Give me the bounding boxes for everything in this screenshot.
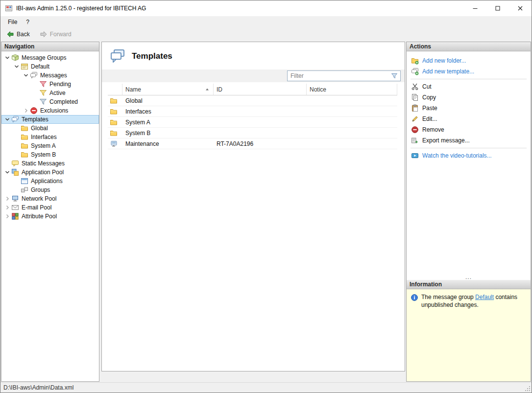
tree-item-templates[interactable]: Templates	[1, 115, 99, 124]
tree-item-default[interactable]: Default	[1, 62, 99, 71]
cell-notice	[307, 106, 397, 116]
expander-spacer	[13, 142, 21, 150]
cell-notice	[307, 128, 397, 138]
expander-spacer	[31, 80, 39, 88]
chevron-right-icon[interactable]	[3, 204, 11, 211]
chevron-down-icon[interactable]	[22, 71, 30, 79]
tree-item-messages[interactable]: Messages	[1, 71, 99, 80]
menu-item-[interactable]: ?	[22, 17, 34, 27]
column-header-icon	[108, 84, 122, 95]
forward-button[interactable]: Forward	[37, 29, 74, 39]
tree-item-pending[interactable]: Pending	[1, 80, 99, 89]
action-copy[interactable]: Copy	[407, 92, 531, 103]
page-title: Templates	[132, 51, 172, 61]
close-button[interactable]	[509, 0, 532, 16]
tree-item-message-groups[interactable]: Message Groups	[1, 53, 99, 62]
applications-icon	[21, 177, 28, 185]
default-group-link[interactable]: Default	[475, 294, 494, 301]
action-remove[interactable]: Remove	[407, 124, 531, 135]
tree-item-label: Network Pool	[22, 195, 56, 202]
table-row-interfaces[interactable]: Interfaces	[108, 106, 397, 117]
tree-item-label: Applications	[31, 178, 63, 185]
action-paste[interactable]: Paste	[407, 103, 531, 114]
chevron-right-icon[interactable]	[22, 107, 30, 115]
tree-item-label: System B	[31, 151, 56, 158]
cell-name: Maintenance	[122, 139, 214, 149]
pending-filter-icon	[39, 80, 47, 88]
tree-item-interfaces[interactable]: Interfaces	[1, 133, 99, 141]
column-header-notice[interactable]: Notice	[307, 84, 397, 95]
static-messages-icon	[11, 160, 19, 167]
resize-grip-icon[interactable]	[523, 384, 531, 392]
splitter-handle[interactable]: ...	[407, 275, 531, 280]
chevron-right-icon[interactable]	[3, 195, 11, 203]
templates-icon	[11, 116, 19, 123]
action-add-new-folder[interactable]: Add new folder...	[407, 55, 531, 66]
tree-item-network-pool[interactable]: Network Pool	[1, 194, 99, 203]
back-arrow-icon	[6, 30, 14, 38]
statusbar-path: D:\IBI-aws\Admin\Data.xml	[3, 384, 73, 391]
main-panel: Templates NameIDNotice GlobalInterfacesS…	[101, 42, 405, 371]
row-icon-cell	[108, 117, 122, 127]
chevron-down-icon[interactable]	[3, 116, 11, 123]
action-add-new-template[interactable]: Add new template...	[407, 66, 531, 77]
tree-item-groups[interactable]: Groups	[1, 185, 99, 194]
table-row-system-b[interactable]: System B	[108, 128, 397, 139]
information-header: Information	[407, 280, 531, 289]
tree-item-label: Default	[31, 63, 49, 70]
chevron-right-icon[interactable]	[3, 212, 11, 220]
tree-item-e-mail-pool[interactable]: E-mail Pool	[1, 203, 99, 212]
cell-notice	[307, 117, 397, 127]
row-icon-cell	[108, 95, 122, 106]
tree-item-completed[interactable]: Completed	[1, 97, 99, 106]
column-header-name[interactable]: Name	[122, 84, 214, 95]
tree-item-label: System A	[31, 142, 56, 149]
folder-icon	[21, 151, 28, 159]
table-row-global[interactable]: Global	[108, 95, 397, 106]
chevron-down-icon[interactable]	[3, 168, 11, 176]
export-icon	[411, 137, 419, 144]
information-text-before: The message group	[421, 294, 475, 301]
navigation-header: Navigation	[1, 42, 99, 51]
maximize-button[interactable]	[486, 0, 509, 16]
menu-item-file[interactable]: File	[3, 17, 22, 27]
tree-item-system-a[interactable]: System A	[1, 141, 99, 150]
table-row-maintenance[interactable]: MaintenanceRT-7A0A2196	[108, 139, 397, 149]
tree-item-applications[interactable]: Applications	[1, 177, 99, 185]
tree-item-application-pool[interactable]: Application Pool	[1, 168, 99, 177]
message-group-icon	[21, 63, 28, 70]
edit-icon	[411, 115, 419, 123]
messages-icon	[30, 71, 38, 79]
column-header-id[interactable]: ID	[214, 84, 307, 95]
actions-panel: Actions Add new folder...Add new templat…	[406, 42, 531, 382]
expander-spacer	[31, 98, 39, 106]
remove-icon	[411, 126, 419, 134]
tree-item-global[interactable]: Global	[1, 124, 99, 133]
separator	[411, 148, 527, 148]
tree-item-system-b[interactable]: System B	[1, 150, 99, 159]
tree-item-exclusions[interactable]: Exclusions	[1, 106, 99, 115]
action-edit[interactable]: Edit...	[407, 114, 531, 124]
chevron-down-icon[interactable]	[3, 54, 11, 62]
table-row-system-a[interactable]: System A	[108, 117, 397, 128]
tree-item-active[interactable]: Active	[1, 89, 99, 97]
back-button[interactable]: Back	[3, 29, 33, 39]
tree-item-attribute-pool[interactable]: Attribute Pool	[1, 212, 99, 221]
tree-item-label: Application Pool	[22, 169, 64, 176]
filter-input[interactable]	[290, 72, 388, 79]
expander-spacer	[13, 151, 21, 159]
chevron-down-icon[interactable]	[13, 63, 21, 70]
cell-notice	[307, 139, 397, 149]
action-label: Edit...	[422, 116, 437, 122]
window-controls	[464, 0, 532, 16]
minimize-button[interactable]	[464, 0, 486, 16]
expander-spacer	[13, 186, 21, 194]
groups-icon	[21, 186, 28, 194]
table-header: NameIDNotice	[108, 84, 397, 95]
folder-icon	[110, 108, 118, 116]
tree-item-static-messages[interactable]: Static Messages	[1, 159, 99, 168]
action-export-message[interactable]: Export message...	[407, 135, 531, 146]
action-watch-the-video-tutorials[interactable]: Watch the video-tutorials...	[407, 150, 531, 161]
filter-funnel-icon[interactable]	[390, 72, 398, 80]
action-cut[interactable]: Cut	[407, 81, 531, 92]
